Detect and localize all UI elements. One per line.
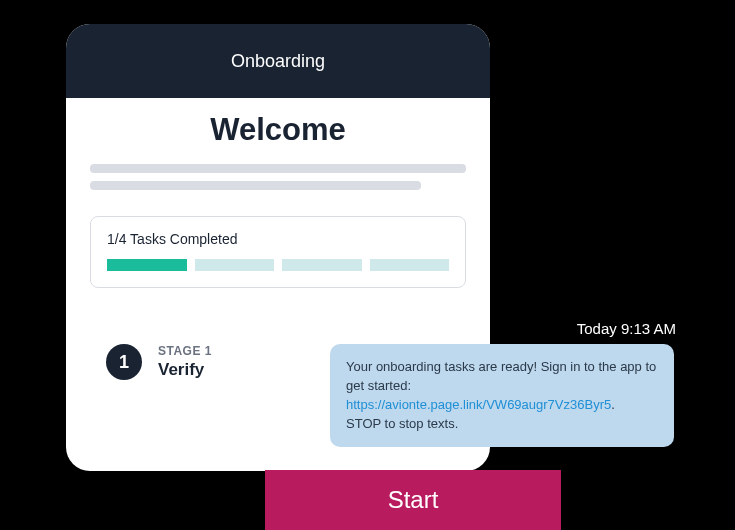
stage-label: STAGE 1: [158, 344, 212, 358]
card-header: Onboarding: [66, 24, 490, 98]
stage-text: STAGE 1 Verify: [158, 344, 212, 380]
progress-segment-todo: [195, 259, 275, 271]
header-title: Onboarding: [231, 51, 325, 72]
progress-text: 1/4 Tasks Completed: [107, 231, 449, 247]
message-body-pre: Your onboarding tasks are ready! Sign in…: [346, 359, 656, 393]
placeholder-line: [90, 164, 466, 173]
start-button-label: Start: [388, 486, 439, 514]
stage-name: Verify: [158, 360, 212, 380]
progress-segment-done: [107, 259, 187, 271]
message-period: .: [611, 397, 615, 412]
progress-segment-todo: [370, 259, 450, 271]
stage-number-badge: 1: [106, 344, 142, 380]
progress-card: 1/4 Tasks Completed: [90, 216, 466, 288]
progress-segment-todo: [282, 259, 362, 271]
start-button[interactable]: Start: [265, 470, 561, 530]
welcome-title: Welcome: [90, 112, 466, 148]
message-link[interactable]: https://avionte.page.link/VW69augr7Vz36B…: [346, 397, 611, 412]
progress-bar: [107, 259, 449, 271]
placeholder-line: [90, 181, 421, 190]
message-timestamp: Today 9:13 AM: [577, 320, 676, 337]
message-body-post: STOP to stop texts.: [346, 416, 458, 431]
sms-message-bubble: Your onboarding tasks are ready! Sign in…: [330, 344, 674, 447]
